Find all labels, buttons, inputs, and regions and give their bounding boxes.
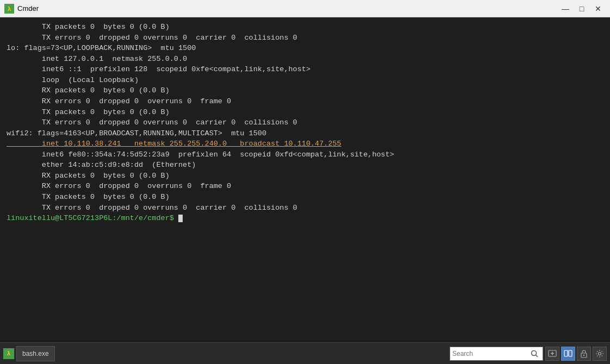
terminal-line: loop (Local Loopback) [7, 75, 603, 86]
split-horizontal-button[interactable] [561, 347, 575, 361]
taskbar-tab-bash[interactable]: bash.exe [16, 346, 55, 361]
minimize-button[interactable]: — [558, 3, 573, 14]
taskbar-app-icon: λ [3, 348, 14, 359]
terminal-line: TX packets 0 bytes 0 (0.0 B) [7, 192, 603, 203]
window-controls: — □ ✕ [558, 3, 606, 14]
terminal-line: RX packets 0 bytes 0 (0.0 B) [7, 85, 603, 96]
search-box [450, 347, 543, 361]
svg-point-0 [532, 350, 537, 355]
terminal-line: TX errors 0 dropped 0 overruns 0 carrier… [7, 117, 603, 128]
terminal-output: TX packets 0 bytes 0 (0.0 B) TX errors 0… [0, 17, 610, 342]
close-button[interactable]: ✕ [590, 3, 606, 14]
add-tab-button[interactable] [545, 347, 559, 361]
svg-rect-5 [564, 350, 568, 356]
cursor [178, 215, 183, 222]
terminal-line: ether 14:ab:c5:d9:e8:dd (Ethernet) [7, 160, 603, 171]
search-button[interactable] [528, 348, 540, 360]
search-input[interactable] [452, 350, 528, 357]
terminal-line: TX packets 0 bytes 0 (0.0 B) [7, 107, 603, 118]
taskbar-actions [545, 347, 607, 361]
terminal-line: inet 10.110.38.241 netmask 255.255.240.0… [7, 139, 603, 149]
terminal-line: lo: flags=73<UP,LOOPBACK,RUNNING> mtu 15… [7, 43, 603, 54]
app-icon: λ [4, 4, 14, 14]
lock-button[interactable] [577, 347, 591, 361]
window-title: Cmder [17, 4, 39, 12]
split-icon [564, 349, 572, 358]
terminal-line: RX packets 0 bytes 0 (0.0 B) [7, 171, 603, 181]
gear-icon [595, 349, 604, 358]
title-bar-left: λ Cmder [4, 4, 39, 14]
terminal-line: TX errors 0 dropped 0 overruns 0 carrier… [7, 203, 603, 214]
tab-label: bash.exe [22, 350, 49, 357]
title-bar: λ Cmder — □ ✕ [0, 0, 610, 17]
svg-point-8 [583, 354, 584, 355]
taskbar: λ bash.exe [0, 342, 610, 364]
lock-icon [580, 349, 588, 358]
maximize-button[interactable]: □ [574, 3, 589, 14]
settings-button[interactable] [593, 347, 607, 361]
terminal-line: TX packets 0 bytes 0 (0.0 B) [7, 22, 603, 33]
svg-line-1 [536, 355, 538, 357]
terminal-line: inet6 fe80::354a:74:5d52:23a9 prefixlen … [7, 149, 603, 160]
svg-rect-6 [569, 350, 572, 356]
terminal-line: RX errors 0 dropped 0 overruns 0 frame 0 [7, 181, 603, 192]
terminal-line: inet6 ::1 prefixlen 128 scopeid 0xfe<com… [7, 64, 603, 75]
terminal-line: TX errors 0 dropped 0 overruns 0 carrier… [7, 33, 603, 43]
terminal-line: inet 127.0.0.1 netmask 255.0.0.0 [7, 54, 603, 65]
svg-point-9 [599, 352, 601, 355]
plus-icon [548, 349, 557, 358]
terminal-line: RX errors 0 dropped 0 overruns 0 frame 0 [7, 96, 603, 107]
terminal-prompt: linuxitellu@LT5CG7213P6L:/mnt/e/cmder$ [7, 213, 603, 224]
terminal-line: wifi2: flags=4163<UP,BROADCAST,RUNNING,M… [7, 128, 603, 139]
search-icon [531, 350, 538, 357]
